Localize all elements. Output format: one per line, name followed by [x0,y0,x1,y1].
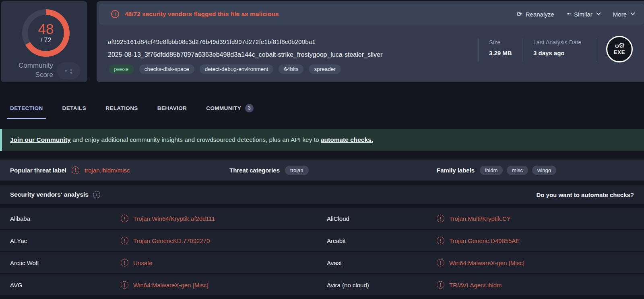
vote-carets[interactable]: ▴ ▾ [70,67,72,75]
vendor-name: AVG [10,282,23,289]
vendor-name: Alibaba [10,215,30,222]
more-label: More [613,11,627,18]
vendor-result: ! Win64:MalwareX-gen [Misc] [121,281,208,289]
vendor-name: Arcabit [327,237,346,244]
chevron-down-icon [630,11,635,15]
detection-score-donut: 48 / 72 [22,9,70,57]
detection-exclamation-icon: ! [121,259,128,267]
alert-text: 48/72 security vendors flagged this file… [125,10,279,18]
gear-icon: ⚙⚙ [615,43,624,49]
security-vendors-header: Security vendors' analysis i Do you want… [0,185,644,204]
tag-detect-debug-environment[interactable]: detect-debug-environment [200,64,274,74]
detection-exclamation-icon: ! [437,259,444,267]
last-analysis-date-value: 3 days ago [533,50,565,56]
divider [478,38,479,62]
family-label-misc[interactable]: misc [507,166,528,175]
reanalyze-icon: ⟳ [516,11,522,18]
detection-exclamation-icon: ! [437,281,444,289]
tag-checks-disk-space[interactable]: checks-disk-space [139,64,194,74]
vendor-name: AliCloud [327,215,349,222]
alert-exclamation-icon: ! [111,10,119,18]
file-sha256-hash: af9925161d84ef49e8fbbb08c3d276b49d391fd9… [108,38,316,45]
community-vote-widget[interactable]: ▴ ▾ [57,62,80,79]
join-community-banner: Join our Community and enjoy additional … [0,129,644,151]
popular-threat-label-title: Popular threat label [10,167,66,174]
tab-relations-label: RELATIONS [105,105,138,111]
detection-exclamation-icon: ! [121,237,128,245]
more-button[interactable]: More [613,11,634,18]
tag-spreader[interactable]: spreader [309,64,341,74]
file-header-card: ! 48/72 security vendors flagged this fi… [97,1,644,82]
community-score-label-line2: Score [1,70,53,79]
family-labels-title: Family labels [437,167,475,174]
community-count-badge: 3 [245,104,254,112]
table-row: ALYac ! Trojan.GenericKD.77092270 Arcabi… [0,230,644,251]
threat-info-row: Popular threat label ! trojan.ihldm/misc… [0,160,644,181]
similar-button[interactable]: ≈ Similar [567,11,600,18]
detection-exclamation-icon: ! [121,215,128,222]
filetype-exe-icon: ⚙⚙ EXE [606,36,633,62]
table-row: Alibaba ! Trojan:Win64/Kryptik.af2dd111 … [0,208,644,229]
tab-community[interactable]: COMMUNITY 3 [206,97,254,119]
family-label-pills: ihldm misc wingo [480,166,556,175]
security-vendors-title: Security vendors' analysis [10,191,89,198]
community-score-label-line1: Community [1,61,53,70]
popular-threat-label-group: Popular threat label ! trojan.ihldm/misc [10,160,130,181]
divider [522,38,522,62]
vendor-name: Arctic Wolf [10,260,39,266]
detection-result-text: TR/AVI.Agent.ihldm [449,282,502,289]
tab-behavior[interactable]: BEHAVIOR [157,97,187,119]
family-labels-group: Family labels ihldm misc wingo [437,160,556,181]
vote-down-icon[interactable]: ▾ [70,71,72,75]
join-community-link[interactable]: Join our Community [10,136,71,143]
vendor-name: Avira (no cloud) [327,282,369,289]
file-name: 2025-08-13_3f76dfdd85b7097a6363eb498d3a1… [108,51,382,58]
community-banner-text: and enjoy additional community insights … [71,136,321,143]
table-row: Arctic Wolf ! Unsafe Avast ! Win64:Malwa… [0,252,644,273]
similar-icon: ≈ [567,11,571,18]
divider [596,38,596,62]
vendor-result: ! Win64:MalwareX-gen [Misc] [437,259,524,267]
detection-result-text: Win64:MalwareX-gen [Misc] [449,260,524,266]
automate-checks-link[interactable]: automate checks. [321,136,373,143]
vendor-result: ! Trojan:Win64/Kryptik.af2dd111 [121,215,215,222]
detection-exclamation-icon: ! [121,281,128,289]
chevron-down-icon [596,11,601,15]
vendor-result: ! Trojan.GenericKD.77092270 [121,237,210,245]
info-icon[interactable]: i [93,191,100,198]
threat-categories-title: Threat categories [229,167,280,174]
reanalyze-label: Reanalyze [526,11,554,18]
similar-label: Similar [574,11,592,18]
detection-exclamation-icon: ! [437,215,444,222]
score-total: / 72 [41,37,52,44]
last-analysis-date-label: Last Analysis Date [533,39,581,46]
tab-relations[interactable]: RELATIONS [105,97,138,119]
donut-hole: 48 / 72 [28,15,64,51]
alert-message: ! 48/72 security vendors flagged this fi… [111,10,279,18]
filetype-label: EXE [613,49,625,55]
vendor-name: Avast [327,260,342,266]
family-label-wingo[interactable]: wingo [532,166,556,175]
file-tags: peexe checks-disk-space detect-debug-env… [109,64,341,74]
tab-details[interactable]: DETAILS [62,97,87,119]
score-value: 48 [38,22,54,36]
tag-64bits[interactable]: 64bits [279,64,303,74]
tab-detection[interactable]: DETECTION [10,97,43,119]
detection-result-text: Trojan.GenericKD.77092270 [133,237,210,244]
threat-category-trojan[interactable]: trojan [285,166,309,175]
tag-peexe[interactable]: peexe [109,64,134,74]
detection-result-text: Trojan:Win64/Kryptik.af2dd111 [133,215,215,222]
reanalyze-button[interactable]: ⟳ Reanalyze [516,11,554,18]
size-label: Size [489,39,500,46]
vendor-result: ! Unsafe [121,259,153,267]
detection-result-text: Unsafe [133,260,153,266]
main-tab-bar: DETECTION DETAILS RELATIONS BEHAVIOR COM… [0,97,644,119]
detection-exclamation-icon: ! [437,237,444,245]
popular-threat-label-value: trojan.ihldm/misc [85,167,130,174]
family-label-ihldm[interactable]: ihldm [480,166,503,175]
detection-result-text: Trojan.Generic.D49855AE [449,237,520,244]
vendor-result: ! Trojan:Multi/Kryptik.CY [437,215,511,222]
tab-details-label: DETAILS [62,105,87,111]
automate-checks-prompt[interactable]: Do you want to automate checks? [536,191,634,198]
vendor-result: ! Trojan.Generic.D49855AE [437,237,520,245]
